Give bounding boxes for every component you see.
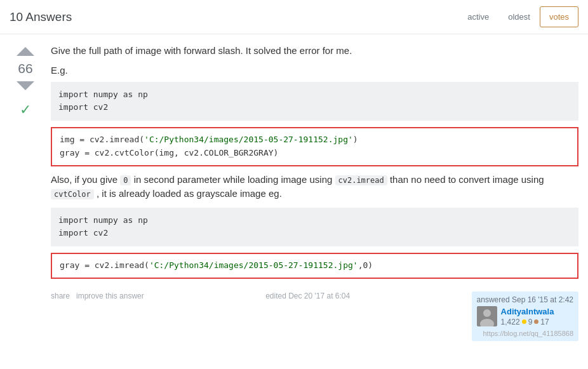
inline-code-0: 0 [120, 175, 131, 185]
answer-body: Give the full path of image with forward… [44, 44, 578, 341]
code-1-line1: import numpy as np [58, 90, 148, 99]
code-block-highlighted-1: img = cv2.imread('C:/Python34/images/201… [51, 127, 578, 166]
answers-title: 10 Answers [10, 10, 72, 24]
code-block-highlighted-2: gray = cv2.imread('C:/Python34/images/20… [51, 253, 578, 279]
gold-badge-icon [522, 319, 526, 324]
code-1-line2: import cv2 [58, 102, 108, 112]
share-link[interactable]: share [51, 292, 70, 300]
vote-column: 66 ✓ [6, 44, 44, 341]
rep-number: 1,422 [501, 318, 520, 326]
page-container: 10 Answers active oldest votes 66 ✓ Give… [0, 0, 588, 369]
tab-votes[interactable]: votes [540, 6, 578, 27]
eg-label: E.g. [51, 65, 578, 76]
user-card: answered Sep 16 '15 at 2:42 AdityaIntwal [472, 292, 578, 341]
code-2-line1: import numpy as np [58, 215, 148, 225]
answer-actions: share improve this answer [51, 292, 144, 300]
edited-label: edited Dec 20 '17 at 6:04 [265, 292, 350, 300]
svg-point-1 [483, 309, 491, 317]
also-paragraph: Also, if you give 0 in second parameter … [51, 173, 578, 201]
bronze-badge-icon [534, 319, 538, 324]
username[interactable]: AdityaIntwala [501, 307, 554, 316]
tab-active[interactable]: active [458, 6, 498, 27]
user-rep: 1,422 9 17 [501, 318, 554, 326]
answers-header: 10 Answers active oldest votes [0, 0, 588, 34]
code-block-1: import numpy as np import cv2 [51, 82, 578, 121]
user-details: AdityaIntwala 1,422 9 17 [501, 307, 554, 326]
also-text-3: than no need to convert image using [390, 174, 544, 185]
inline-code-imread: cv2.imread [335, 175, 387, 185]
gold-badge-count: 9 [528, 318, 533, 326]
sort-tabs: active oldest votes [458, 6, 578, 27]
code-block-2: import numpy as np import cv2 [51, 208, 578, 247]
vote-count: 66 [18, 61, 32, 76]
watermark: https://blog.net/qq_41185868 [477, 330, 573, 337]
edit-info: edited Dec 20 '17 at 6:04 [265, 292, 350, 300]
improve-link[interactable]: improve this answer [76, 292, 144, 300]
tab-oldest[interactable]: oldest [498, 6, 540, 27]
answer-section: 66 ✓ Give the full path of image with fo… [0, 34, 588, 351]
user-info: AdityaIntwala 1,422 9 17 [477, 306, 573, 326]
code-2-line2: import cv2 [58, 228, 108, 238]
answered-label: answered Sep 16 '15 at 2:42 [477, 295, 573, 304]
answer-footer: share improve this answer edited Dec 20 … [51, 288, 578, 341]
also-text-4: , it is already loaded as grayscale imag… [97, 188, 282, 199]
intro-text: Give the full path of image with forward… [51, 44, 578, 58]
avatar [477, 306, 497, 326]
vote-up-button[interactable] [17, 47, 34, 56]
vote-down-button[interactable] [17, 81, 34, 90]
also-text-2: in second parameter while loading image … [134, 174, 333, 185]
inline-code-cvtcolor: cvtColor [51, 189, 94, 199]
bronze-badge-count: 17 [540, 318, 549, 326]
accepted-checkmark: ✓ [20, 102, 31, 118]
also-text-1: Also, if you give [51, 174, 117, 185]
